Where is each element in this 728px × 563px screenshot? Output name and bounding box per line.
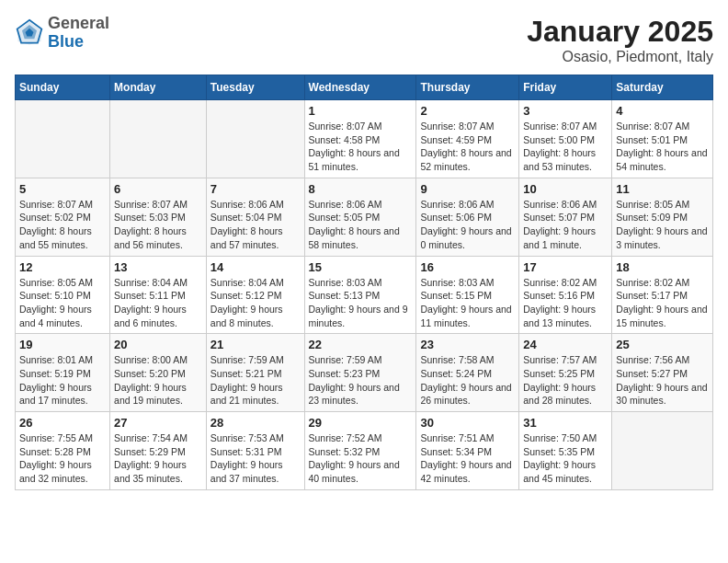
day-info: Sunrise: 8:01 AM Sunset: 5:19 PM Dayligh… [19, 353, 106, 408]
calendar-cell: 19Sunrise: 8:01 AM Sunset: 5:19 PM Dayli… [16, 334, 110, 412]
calendar-cell: 31Sunrise: 7:50 AM Sunset: 5:35 PM Dayli… [519, 412, 612, 490]
day-info: Sunrise: 8:05 AM Sunset: 5:10 PM Dayligh… [19, 276, 106, 330]
calendar-cell: 26Sunrise: 7:55 AM Sunset: 5:28 PM Dayli… [16, 412, 110, 490]
day-info: Sunrise: 8:07 AM Sunset: 5:02 PM Dayligh… [19, 198, 106, 252]
day-info: Sunrise: 8:07 AM Sunset: 5:03 PM Dayligh… [114, 198, 202, 252]
day-info: Sunrise: 7:56 AM Sunset: 5:27 PM Dayligh… [616, 353, 709, 408]
day-info: Sunrise: 7:54 AM Sunset: 5:29 PM Dayligh… [114, 431, 202, 486]
calendar-table: SundayMondayTuesdayWednesdayThursdayFrid… [15, 75, 713, 490]
day-info: Sunrise: 7:58 AM Sunset: 5:24 PM Dayligh… [420, 353, 515, 408]
calendar-cell: 14Sunrise: 8:04 AM Sunset: 5:12 PM Dayli… [206, 256, 304, 334]
day-number: 30 [420, 416, 515, 430]
day-info: Sunrise: 8:03 AM Sunset: 5:15 PM Dayligh… [420, 276, 515, 330]
day-number: 23 [420, 338, 515, 351]
calendar-cell: 18Sunrise: 8:02 AM Sunset: 5:17 PM Dayli… [612, 256, 713, 334]
day-info: Sunrise: 7:55 AM Sunset: 5:28 PM Dayligh… [19, 431, 106, 486]
calendar-cell: 16Sunrise: 8:03 AM Sunset: 5:15 PM Dayli… [416, 256, 519, 334]
day-number: 31 [523, 416, 608, 430]
day-number: 16 [420, 260, 515, 274]
logo: General Blue [15, 15, 109, 52]
day-number: 17 [523, 260, 608, 274]
day-info: Sunrise: 8:06 AM Sunset: 5:07 PM Dayligh… [523, 198, 608, 252]
day-info: Sunrise: 8:04 AM Sunset: 5:11 PM Dayligh… [114, 276, 202, 330]
day-info: Sunrise: 8:06 AM Sunset: 5:05 PM Dayligh… [309, 198, 413, 252]
week-row-4: 19Sunrise: 8:01 AM Sunset: 5:19 PM Dayli… [16, 334, 713, 412]
day-number: 19 [19, 338, 106, 351]
calendar-cell [16, 100, 110, 178]
calendar-cell: 23Sunrise: 7:58 AM Sunset: 5:24 PM Dayli… [416, 334, 519, 412]
calendar-cell: 13Sunrise: 8:04 AM Sunset: 5:11 PM Dayli… [110, 256, 207, 334]
day-info: Sunrise: 7:57 AM Sunset: 5:25 PM Dayligh… [523, 353, 608, 408]
calendar-cell: 21Sunrise: 7:59 AM Sunset: 5:21 PM Dayli… [206, 334, 304, 412]
day-info: Sunrise: 8:05 AM Sunset: 5:09 PM Dayligh… [616, 198, 709, 252]
day-number: 12 [19, 260, 106, 274]
day-info: Sunrise: 8:02 AM Sunset: 5:17 PM Dayligh… [616, 276, 709, 330]
calendar-header: SundayMondayTuesdayWednesdayThursdayFrid… [16, 75, 713, 100]
day-info: Sunrise: 8:07 AM Sunset: 4:59 PM Dayligh… [420, 120, 515, 174]
day-of-week-tuesday: Tuesday [206, 75, 304, 100]
day-number: 21 [210, 338, 301, 351]
calendar-cell: 30Sunrise: 7:51 AM Sunset: 5:34 PM Dayli… [416, 412, 519, 490]
week-row-2: 5Sunrise: 8:07 AM Sunset: 5:02 PM Daylig… [16, 178, 713, 256]
calendar-cell: 4Sunrise: 8:07 AM Sunset: 5:01 PM Daylig… [612, 100, 713, 178]
calendar-cell: 25Sunrise: 7:56 AM Sunset: 5:27 PM Dayli… [612, 334, 713, 412]
day-info: Sunrise: 7:59 AM Sunset: 5:21 PM Dayligh… [210, 353, 301, 408]
calendar-body: 1Sunrise: 8:07 AM Sunset: 4:58 PM Daylig… [16, 100, 713, 490]
day-number: 7 [210, 182, 301, 196]
day-number: 14 [210, 260, 301, 274]
calendar-cell: 8Sunrise: 8:06 AM Sunset: 5:05 PM Daylig… [304, 178, 416, 256]
day-info: Sunrise: 7:50 AM Sunset: 5:35 PM Dayligh… [523, 431, 608, 486]
day-info: Sunrise: 8:06 AM Sunset: 5:04 PM Dayligh… [210, 198, 301, 252]
day-number: 15 [309, 260, 413, 274]
calendar-cell [612, 412, 713, 490]
calendar-cell: 17Sunrise: 8:02 AM Sunset: 5:16 PM Dayli… [519, 256, 612, 334]
calendar-subtitle: Osasio, Piedmont, Italy [527, 49, 713, 65]
week-row-1: 1Sunrise: 8:07 AM Sunset: 4:58 PM Daylig… [16, 100, 713, 178]
day-info: Sunrise: 8:00 AM Sunset: 5:20 PM Dayligh… [114, 353, 202, 408]
week-row-5: 26Sunrise: 7:55 AM Sunset: 5:28 PM Dayli… [16, 412, 713, 490]
calendar-cell [110, 100, 207, 178]
day-number: 22 [309, 338, 413, 351]
day-number: 28 [210, 416, 301, 430]
day-number: 13 [114, 260, 202, 274]
logo-icon [15, 18, 44, 48]
calendar-cell: 2Sunrise: 8:07 AM Sunset: 4:59 PM Daylig… [416, 100, 519, 178]
day-of-week-monday: Monday [110, 75, 207, 100]
day-of-week-sunday: Sunday [16, 75, 110, 100]
calendar-cell: 29Sunrise: 7:52 AM Sunset: 5:32 PM Dayli… [304, 412, 416, 490]
calendar-cell: 10Sunrise: 8:06 AM Sunset: 5:07 PM Dayli… [519, 178, 612, 256]
calendar-cell: 7Sunrise: 8:06 AM Sunset: 5:04 PM Daylig… [206, 178, 304, 256]
day-info: Sunrise: 7:53 AM Sunset: 5:31 PM Dayligh… [210, 431, 301, 486]
calendar-cell: 3Sunrise: 8:07 AM Sunset: 5:00 PM Daylig… [519, 100, 612, 178]
day-info: Sunrise: 7:59 AM Sunset: 5:23 PM Dayligh… [309, 353, 413, 408]
calendar-cell: 15Sunrise: 8:03 AM Sunset: 5:13 PM Dayli… [304, 256, 416, 334]
day-number: 11 [616, 182, 709, 196]
logo-general-text: General [48, 15, 109, 33]
calendar-title-block: January 2025 Osasio, Piedmont, Italy [527, 15, 713, 65]
day-info: Sunrise: 7:51 AM Sunset: 5:34 PM Dayligh… [420, 431, 515, 486]
day-number: 3 [523, 104, 608, 118]
day-of-week-saturday: Saturday [612, 75, 713, 100]
day-of-week-thursday: Thursday [416, 75, 519, 100]
day-number: 4 [616, 104, 709, 118]
calendar-cell: 24Sunrise: 7:57 AM Sunset: 5:25 PM Dayli… [519, 334, 612, 412]
day-number: 1 [309, 104, 413, 118]
day-number: 24 [523, 338, 608, 351]
day-number: 9 [420, 182, 515, 196]
day-info: Sunrise: 8:07 AM Sunset: 5:00 PM Dayligh… [523, 120, 608, 174]
day-number: 2 [420, 104, 515, 118]
day-info: Sunrise: 8:04 AM Sunset: 5:12 PM Dayligh… [210, 276, 301, 330]
logo-blue-text: Blue [48, 33, 109, 52]
week-row-3: 12Sunrise: 8:05 AM Sunset: 5:10 PM Dayli… [16, 256, 713, 334]
day-number: 5 [19, 182, 106, 196]
day-number: 6 [114, 182, 202, 196]
day-number: 25 [616, 338, 709, 351]
day-info: Sunrise: 8:03 AM Sunset: 5:13 PM Dayligh… [309, 276, 413, 330]
calendar-cell: 5Sunrise: 8:07 AM Sunset: 5:02 PM Daylig… [16, 178, 110, 256]
calendar-cell: 28Sunrise: 7:53 AM Sunset: 5:31 PM Dayli… [206, 412, 304, 490]
day-number: 27 [114, 416, 202, 430]
day-of-week-friday: Friday [519, 75, 612, 100]
calendar-cell: 1Sunrise: 8:07 AM Sunset: 4:58 PM Daylig… [304, 100, 416, 178]
calendar-cell: 11Sunrise: 8:05 AM Sunset: 5:09 PM Dayli… [612, 178, 713, 256]
day-info: Sunrise: 8:07 AM Sunset: 5:01 PM Dayligh… [616, 120, 709, 174]
